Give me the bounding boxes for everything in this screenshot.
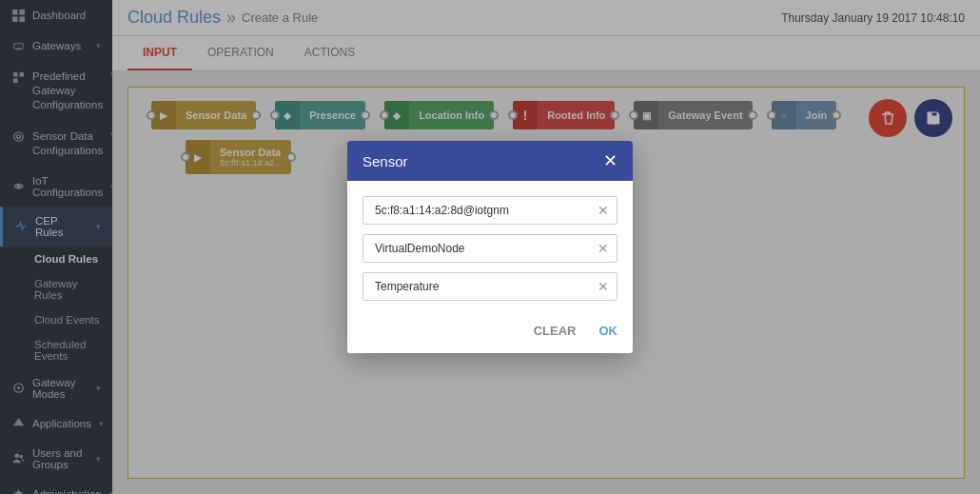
node-name-field-wrap: ✕ <box>363 234 617 263</box>
modal-body: ✕ ✕ ✕ <box>347 181 633 316</box>
clear-button[interactable]: CLEAR <box>534 324 577 338</box>
modal-header: Sensor ✕ <box>347 141 633 181</box>
modal-close-button[interactable]: ✕ <box>603 152 617 169</box>
sensor-type-clear-button[interactable]: ✕ <box>598 279 609 294</box>
modal-title: Sensor <box>363 153 408 169</box>
mac-address-input[interactable] <box>371 197 598 224</box>
sensor-type-field-wrap: ✕ <box>363 272 617 301</box>
mac-address-field-wrap: ✕ <box>363 196 617 225</box>
mac-address-clear-button[interactable]: ✕ <box>598 203 609 218</box>
node-name-clear-button[interactable]: ✕ <box>598 241 609 256</box>
sensor-modal: Sensor ✕ ✕ ✕ ✕ CLEAR OK <box>347 141 633 353</box>
modal-footer: CLEAR OK <box>347 316 633 353</box>
node-name-input[interactable] <box>371 235 598 262</box>
ok-button[interactable]: OK <box>599 324 618 338</box>
modal-overlay[interactable]: Sensor ✕ ✕ ✕ ✕ CLEAR OK <box>0 0 980 494</box>
sensor-type-input[interactable] <box>371 273 598 300</box>
